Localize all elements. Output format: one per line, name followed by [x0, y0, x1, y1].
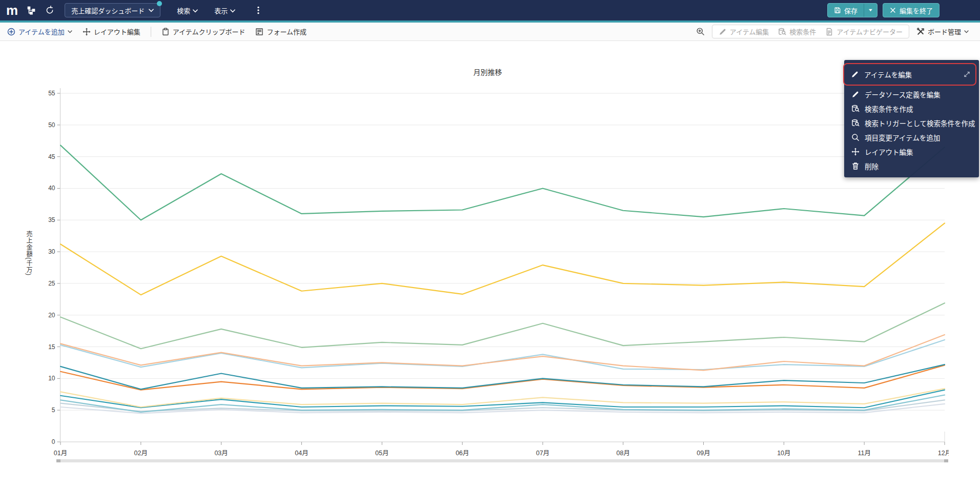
collapse-icon[interactable] — [964, 71, 970, 78]
form-icon — [255, 28, 263, 36]
save-button[interactable]: 保存 — [828, 4, 864, 17]
search-menu[interactable]: 検索 — [177, 6, 198, 15]
more-options-icon[interactable] — [253, 5, 264, 16]
item-edit-button[interactable]: アイテム編集 — [719, 27, 769, 36]
view-menu[interactable]: 表示 — [214, 6, 235, 15]
board-manage-button[interactable]: ボード管理 — [916, 27, 969, 36]
add-item-button[interactable]: アイテムを追加 — [7, 27, 72, 36]
chevron-down-icon — [149, 9, 154, 12]
line-chart[interactable]: 051015202530354045505501月02月03月04月05月06月… — [0, 41, 980, 488]
svg-text:10月: 10月 — [777, 450, 790, 457]
db-search-icon — [778, 28, 786, 36]
scrollbar-left-cap[interactable] — [56, 459, 60, 462]
chart-title: 月別推移 — [451, 67, 525, 77]
board-selector-label: 売上確認ダッシュボード — [71, 6, 145, 15]
board-selector[interactable]: 売上確認ダッシュボード — [65, 3, 160, 17]
scrollbar-right-cap[interactable] — [944, 459, 948, 462]
svg-text:25: 25 — [48, 280, 55, 287]
form-create-button[interactable]: フォーム作成 — [255, 27, 307, 36]
edit-toolbar: アイテムを追加 レイアウト編集 アイテムクリップボード フォーム作成 アイテム編… — [0, 23, 980, 41]
zoom-in-icon[interactable] — [696, 27, 705, 36]
svg-text:10: 10 — [48, 375, 55, 382]
item-clipboard-button[interactable]: アイテムクリップボード — [161, 27, 246, 36]
search-icon — [851, 133, 860, 141]
svg-text:08月: 08月 — [617, 450, 630, 457]
move-icon — [83, 28, 91, 36]
pencil-icon — [851, 70, 859, 78]
notification-dot — [157, 1, 162, 6]
highlighted-menu-item: アイテムを編集 — [843, 63, 976, 86]
svg-text:01月: 01月 — [54, 450, 67, 457]
chevron-down-icon — [964, 30, 969, 33]
svg-text:11月: 11月 — [858, 450, 870, 457]
close-icon — [889, 7, 896, 14]
layout-edit-button[interactable]: レイアウト編集 — [83, 27, 140, 36]
pencil-icon — [851, 90, 860, 98]
save-options-caret[interactable] — [864, 4, 877, 17]
trash-icon — [851, 162, 860, 170]
chevron-down-icon — [193, 7, 198, 14]
context-menu-item[interactable]: データソース定義を編集 — [844, 87, 979, 101]
app-header: m 売上確認ダッシュボード 検索 表示 保存 — [0, 0, 980, 21]
context-menu-item-label: 項目変更アイテムを追加 — [865, 132, 940, 143]
svg-text:35: 35 — [48, 216, 55, 223]
svg-text:06月: 06月 — [456, 450, 469, 457]
context-menu-item-label: データソース定義を編集 — [865, 89, 941, 99]
context-menu-item[interactable]: 検索トリガーとして検索条件を作成 — [844, 116, 979, 130]
svg-text:12月: 12月 — [938, 450, 951, 457]
context-menu-item-label: 検索トリガーとして検索条件を作成 — [865, 118, 975, 128]
save-button-group: 保存 — [827, 3, 877, 17]
document-icon — [825, 28, 833, 36]
context-menu-item[interactable]: 削除 — [844, 159, 979, 173]
clipboard-icon — [161, 28, 170, 36]
y-axis-label: 売上金額(千万) — [25, 231, 33, 276]
edit-mode-group: アイテム編集 検索条件 アイテムナビゲーター — [712, 25, 909, 38]
board-tree-icon[interactable] — [26, 5, 37, 16]
context-menu-item-label: 削除 — [865, 161, 879, 171]
svg-text:50: 50 — [48, 121, 55, 129]
context-menu-item-label: 検索条件を作成 — [865, 104, 913, 114]
chart-horizontal-scrollbar[interactable] — [56, 459, 948, 462]
svg-text:07月: 07月 — [536, 450, 549, 457]
svg-text:5: 5 — [52, 406, 55, 414]
svg-text:55: 55 — [48, 90, 55, 97]
svg-text:40: 40 — [48, 185, 55, 192]
svg-text:05月: 05月 — [375, 450, 389, 457]
motionboard-logo: m — [6, 4, 18, 17]
refresh-icon[interactable] — [44, 5, 55, 16]
caret-down-icon — [868, 9, 873, 12]
context-menu-item-label: レイアウト編集 — [865, 147, 913, 157]
chevron-down-icon — [230, 7, 235, 14]
board-canvas: 月別推移 売上金額(千万) 051015202530354045505501月0… — [0, 41, 980, 488]
svg-text:09月: 09月 — [697, 450, 710, 457]
pencil-icon — [719, 28, 727, 36]
svg-text:03月: 03月 — [214, 450, 228, 457]
item-context-menu: アイテムを編集 データソース定義を編集 検索条件を作成 検索トリガーとして検索条… — [844, 60, 979, 177]
context-menu-item[interactable]: レイアウト編集 — [844, 145, 979, 159]
floppy-icon — [834, 7, 841, 14]
db-search-icon — [851, 119, 860, 127]
context-menu-item-label: アイテムを編集 — [864, 69, 912, 79]
context-menu-item[interactable]: 検索条件を作成 — [844, 101, 979, 116]
tools-icon — [916, 28, 925, 36]
context-menu-item[interactable]: 項目変更アイテムを追加 — [844, 130, 979, 145]
search-condition-button[interactable]: 検索条件 — [778, 27, 816, 36]
end-edit-button[interactable]: 編集を終了 — [883, 3, 940, 17]
item-navigator-button[interactable]: アイテムナビゲーター — [825, 27, 903, 36]
svg-text:04月: 04月 — [295, 450, 308, 457]
svg-text:02月: 02月 — [134, 450, 148, 457]
circle-plus-icon — [7, 28, 15, 36]
svg-text:45: 45 — [48, 153, 55, 160]
db-search-icon — [851, 105, 860, 113]
svg-text:30: 30 — [48, 248, 55, 255]
chevron-down-icon — [68, 30, 72, 33]
svg-text:15: 15 — [48, 343, 55, 351]
context-menu-item[interactable]: アイテムを編集 — [844, 64, 975, 85]
toolbar-divider — [151, 27, 151, 37]
svg-text:20: 20 — [48, 312, 55, 319]
move-icon — [851, 148, 860, 156]
svg-text:0: 0 — [52, 438, 55, 445]
